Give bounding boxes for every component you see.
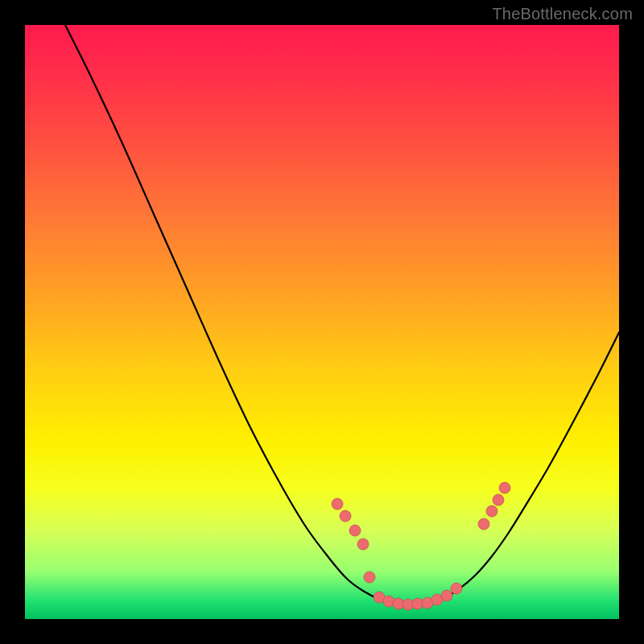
marker-dot — [441, 590, 452, 601]
chart-svg — [25, 25, 619, 619]
marker-dot — [493, 494, 504, 506]
marker-dot — [478, 518, 489, 530]
chart-frame: TheBottleneck.com — [0, 0, 644, 644]
marker-dot — [499, 482, 510, 493]
marker-dot — [332, 498, 343, 510]
marker-dot — [451, 583, 462, 594]
marker-dots — [332, 482, 510, 610]
marker-dot — [364, 572, 375, 583]
marker-dot — [340, 510, 351, 522]
watermark-text: TheBottleneck.com — [492, 5, 633, 23]
marker-dot — [349, 525, 361, 536]
marker-dot — [357, 539, 369, 550]
plot-area — [25, 25, 619, 619]
marker-dot — [486, 506, 497, 517]
